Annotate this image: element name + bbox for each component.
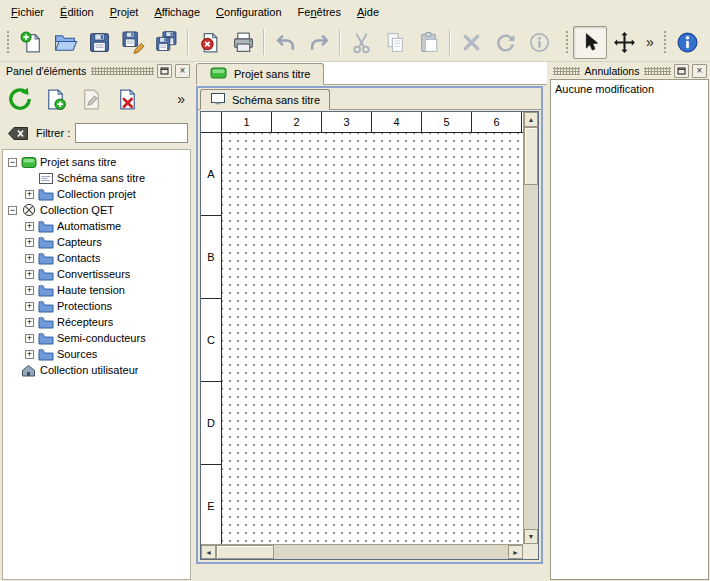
tree-item-contacts[interactable]: +Contacts xyxy=(3,250,190,266)
tree-item-semi-conducteurs[interactable]: +Semi-conducteurs xyxy=(3,330,190,346)
horizontal-scroll-track[interactable] xyxy=(216,545,508,559)
close-panel-button[interactable]: × xyxy=(692,64,707,78)
scroll-down-button[interactable]: ▼ xyxy=(524,529,538,544)
tree-item-sources[interactable]: +Sources xyxy=(3,346,190,362)
undo-button[interactable] xyxy=(268,26,302,59)
tree-expander-icon[interactable]: − xyxy=(8,158,17,167)
scroll-right-button[interactable]: ► xyxy=(508,545,523,559)
tree-expander-icon[interactable]: + xyxy=(25,222,34,231)
tree-expander-icon[interactable]: + xyxy=(25,238,34,247)
toolbar-drag-handle[interactable] xyxy=(662,29,668,55)
scroll-left-button[interactable]: ◄ xyxy=(201,545,216,559)
new-element-button[interactable] xyxy=(40,84,71,115)
tree-item-label: Capteurs xyxy=(57,236,102,248)
info-icon xyxy=(675,30,700,55)
tree-item-convertisseurs[interactable]: +Convertisseurs xyxy=(3,266,190,282)
tree-expander-icon[interactable]: − xyxy=(8,206,17,215)
toolbar-drag-handle[interactable] xyxy=(564,29,570,55)
float-panel-button[interactable] xyxy=(157,64,172,78)
paste-button[interactable] xyxy=(412,26,446,59)
tree-item-recepteurs[interactable]: +Récepteurs xyxy=(3,314,190,330)
tree-expander-icon[interactable]: + xyxy=(25,254,34,263)
home-icon xyxy=(20,363,37,377)
paste-icon xyxy=(417,30,442,55)
select-mode-button[interactable] xyxy=(573,26,607,59)
elements-panel-titlebar[interactable]: Panel d'éléments × xyxy=(0,62,193,79)
print-button[interactable] xyxy=(226,26,260,59)
tree-expander-icon[interactable]: + xyxy=(25,318,34,327)
horizontal-scrollbar[interactable]: ◄ ► xyxy=(201,544,523,559)
menu-projet[interactable]: Projet xyxy=(102,2,147,22)
vertical-scrollbar[interactable]: ▲ ▼ xyxy=(523,112,538,544)
project-window: Schéma sans titre 123456 ABCDE ▲ ▼ xyxy=(196,86,543,564)
edit-element-button[interactable] xyxy=(76,84,107,115)
column-ruler-cell: 5 xyxy=(422,112,472,132)
close-panel-button[interactable]: × xyxy=(175,64,190,78)
save-button[interactable] xyxy=(82,26,116,59)
horizontal-scroll-thumb[interactable] xyxy=(216,545,274,559)
menu-fenetres[interactable]: Fenêtres xyxy=(290,2,349,22)
tree-item-label: Protections xyxy=(57,300,112,312)
menu-aide[interactable]: Aide xyxy=(349,2,387,22)
menu-edition[interactable]: Édition xyxy=(52,2,102,22)
tree-item-capteurs[interactable]: +Capteurs xyxy=(3,234,190,250)
delete-button[interactable] xyxy=(454,26,488,59)
open-project-button[interactable] xyxy=(48,26,82,59)
new-document-button[interactable] xyxy=(14,26,48,59)
row-ruler: ABCDE xyxy=(201,133,222,544)
move-mode-button[interactable] xyxy=(607,26,641,59)
tree-item-collection-projet[interactable]: +Collection projet xyxy=(3,186,190,202)
tree-item-schema-sans-titre[interactable]: Schéma sans titre xyxy=(3,170,190,186)
tree-expander-icon[interactable]: + xyxy=(25,270,34,279)
tree-expander-icon[interactable]: + xyxy=(25,302,34,311)
menu-configuration[interactable]: Configuration xyxy=(208,2,289,22)
rotate-button[interactable] xyxy=(488,26,522,59)
redo-button[interactable] xyxy=(302,26,336,59)
tree-expander-icon[interactable]: + xyxy=(25,334,34,343)
schema-tab[interactable]: Schéma sans titre xyxy=(200,89,330,110)
copy-icon xyxy=(383,30,408,55)
edit-element-icon xyxy=(79,87,104,112)
toolbar-drag-handle[interactable] xyxy=(5,29,11,55)
tree-item-haute-tension[interactable]: +Haute tension xyxy=(3,282,190,298)
cut-button[interactable] xyxy=(344,26,378,59)
project-tab[interactable]: Projet sans titre xyxy=(196,63,324,85)
toolbar-overflow-button[interactable]: » xyxy=(641,34,659,50)
menu-affichage[interactable]: Affichage xyxy=(146,2,208,22)
save-all-icon xyxy=(155,30,180,55)
menu-fichier[interactable]: Fichier xyxy=(3,2,52,22)
save-all-button[interactable] xyxy=(150,26,184,59)
vertical-scroll-track[interactable] xyxy=(524,127,538,529)
reload-collections-button[interactable] xyxy=(4,84,35,115)
delete-element-button[interactable] xyxy=(112,84,143,115)
float-panel-button[interactable] xyxy=(674,64,689,78)
about-qet-button[interactable] xyxy=(671,26,705,59)
delete-icon xyxy=(459,30,484,55)
tree-item-projet-sans-titre[interactable]: −Projet sans titre xyxy=(3,154,190,170)
tree-expander-icon[interactable]: + xyxy=(25,350,34,359)
scroll-up-button[interactable]: ▲ xyxy=(524,112,538,127)
vertical-scroll-thumb[interactable] xyxy=(524,127,538,185)
tree-item-label: Schéma sans titre xyxy=(57,172,145,184)
cut-icon xyxy=(349,30,374,55)
filter-input[interactable] xyxy=(75,123,188,143)
tree-item-automatisme[interactable]: +Automatisme xyxy=(3,218,190,234)
undo-history-list[interactable]: Aucune modification xyxy=(550,79,709,580)
tree-item-protections[interactable]: +Protections xyxy=(3,298,190,314)
diagram-info-button[interactable] xyxy=(522,26,556,59)
clear-filter-button[interactable] xyxy=(5,123,31,143)
close-document-button[interactable] xyxy=(192,26,226,59)
undo-panel-titlebar[interactable]: Annulations × xyxy=(549,62,710,79)
tree-expander-icon[interactable]: + xyxy=(25,286,34,295)
tree-item-collection-qet[interactable]: −Collection QET xyxy=(3,202,190,218)
schema-canvas[interactable] xyxy=(222,133,523,544)
tree-expander-icon[interactable]: + xyxy=(25,190,34,199)
tree-item-collection-utilisateur[interactable]: Collection utilisateur xyxy=(3,362,190,378)
new-document-icon xyxy=(19,30,44,55)
filter-bar: Filtrer : xyxy=(0,119,193,147)
save-as-button[interactable] xyxy=(116,26,150,59)
copy-button[interactable] xyxy=(378,26,412,59)
panel-toolbar-overflow-button[interactable]: » xyxy=(177,91,185,107)
schema-view: 123456 ABCDE ▲ ▼ ◄ xyxy=(200,111,539,560)
column-ruler-cell: 6 xyxy=(472,112,522,132)
